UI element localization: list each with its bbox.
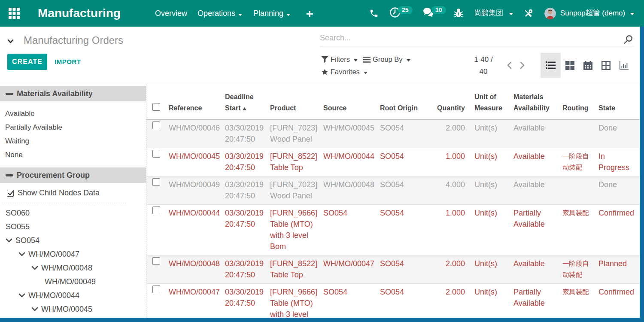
cell-deadline[interactable]: 03/30/2019 20:47:50 bbox=[220, 255, 265, 283]
horizontal-scrollbar[interactable] bbox=[0, 318, 644, 322]
cell-materials[interactable]: Available bbox=[508, 255, 557, 283]
view-graph-button[interactable] bbox=[615, 53, 633, 78]
row-checkbox[interactable] bbox=[146, 119, 164, 148]
cell-materials[interactable]: Available bbox=[508, 148, 557, 176]
column-header-product[interactable]: Product bbox=[265, 84, 318, 119]
select-all-checkbox[interactable] bbox=[146, 84, 164, 119]
cell-uom[interactable]: Unit(s) bbox=[469, 204, 508, 255]
column-header-routing[interactable]: Routing bbox=[557, 84, 593, 119]
cell-root-origin[interactable]: SO054 bbox=[375, 255, 431, 283]
debug-bug-icon[interactable] bbox=[453, 0, 464, 27]
table-row[interactable]: WH/MO/00044 03/30/2019 20:47:50 [FURN_96… bbox=[146, 204, 640, 255]
cell-deadline[interactable]: 03/30/2019 20:47:50 bbox=[220, 204, 265, 255]
tree-item-wh-mo-00045[interactable]: WH/MO/00045 bbox=[0, 302, 146, 316]
cell-quantity[interactable]: 2.000 bbox=[431, 119, 469, 148]
cell-routing[interactable] bbox=[557, 119, 593, 148]
column-header-deadline-start[interactable]: Deadline Start bbox=[220, 84, 265, 119]
cell-quantity[interactable]: 2.000 bbox=[431, 255, 469, 283]
tree-item-wh-mo-00044[interactable]: WH/MO/00044 bbox=[0, 289, 146, 302]
cell-state[interactable]: Confirmed bbox=[593, 283, 640, 322]
cell-product[interactable]: [FURN_7023] Wood Panel bbox=[265, 119, 318, 148]
column-header-source[interactable]: Source bbox=[318, 84, 375, 119]
view-pivot-button[interactable] bbox=[597, 53, 615, 78]
column-header-state[interactable]: State bbox=[593, 84, 640, 119]
cell-product[interactable]: [FURN_8522] Table Top bbox=[265, 148, 318, 176]
menu-operations[interactable]: Operations bbox=[197, 0, 242, 27]
chevron-down-icon[interactable] bbox=[31, 266, 38, 270]
table-row[interactable]: WH/MO/00047 03/30/2019 20:47:50 [FURN_96… bbox=[146, 283, 640, 322]
cell-routing[interactable] bbox=[557, 204, 593, 255]
search-icon[interactable] bbox=[623, 34, 633, 46]
row-checkbox[interactable] bbox=[146, 283, 164, 322]
checkbox-checked-icon[interactable] bbox=[7, 190, 14, 197]
favorites-menu[interactable]: Favorites bbox=[321, 68, 368, 76]
cell-quantity[interactable]: 4.000 bbox=[431, 176, 469, 204]
cell-product[interactable]: [FURN_9666] Table (MTO) with 3 level Bom bbox=[265, 283, 318, 322]
cell-reference[interactable]: WH/MO/00046 bbox=[164, 119, 220, 148]
table-row[interactable]: WH/MO/00045 03/30/2019 20:47:50 [FURN_85… bbox=[146, 148, 640, 176]
vertical-scrollbar[interactable] bbox=[640, 27, 644, 322]
chevron-down-icon[interactable] bbox=[6, 238, 12, 243]
apps-menu-icon[interactable] bbox=[8, 7, 20, 19]
row-checkbox[interactable] bbox=[146, 176, 164, 204]
cell-reference[interactable]: WH/MO/00044 bbox=[164, 204, 220, 255]
cell-quantity[interactable]: 2.000 bbox=[431, 283, 469, 322]
row-checkbox[interactable] bbox=[146, 255, 164, 283]
cell-product[interactable]: [FURN_8522] Table Top bbox=[265, 255, 318, 283]
cell-uom[interactable]: Unit(s) bbox=[469, 283, 508, 322]
tree-item-so060[interactable]: SO060 bbox=[0, 206, 146, 220]
cell-materials[interactable]: Partially Available bbox=[508, 204, 557, 255]
cell-reference[interactable]: WH/MO/00047 bbox=[164, 283, 220, 322]
cell-reference[interactable]: WH/MO/00049 bbox=[164, 176, 220, 204]
cell-uom[interactable]: Unit(s) bbox=[469, 148, 508, 176]
cell-routing[interactable] bbox=[557, 148, 593, 176]
filter-available[interactable]: Available bbox=[0, 107, 146, 121]
cell-source[interactable]: WH/MO/00047 bbox=[318, 255, 375, 283]
cell-source[interactable]: WH/MO/00048 bbox=[318, 176, 375, 204]
column-header-quantity[interactable]: Quantity bbox=[431, 84, 469, 119]
cell-deadline[interactable]: 03/30/2019 20:47:50 bbox=[220, 119, 265, 148]
tools-icon[interactable] bbox=[523, 0, 534, 27]
group-by-menu[interactable]: Group By bbox=[363, 55, 410, 64]
menu-overview[interactable]: Overview bbox=[155, 0, 187, 27]
cell-state[interactable]: In Progress bbox=[593, 148, 640, 176]
cell-deadline[interactable]: 03/30/2019 20:47:50 bbox=[220, 148, 265, 176]
column-header-reference[interactable]: Reference bbox=[164, 84, 220, 119]
cell-root-origin[interactable]: SO054 bbox=[375, 148, 431, 176]
cell-reference[interactable]: WH/MO/00048 bbox=[164, 255, 220, 283]
tree-item-wh-mo-00047[interactable]: WH/MO/00047 bbox=[0, 247, 146, 261]
show-child-nodes-checkbox[interactable]: Show Child Nodes Data bbox=[0, 183, 146, 203]
cell-source[interactable]: WH/MO/00045 bbox=[318, 119, 375, 148]
phone-icon[interactable] bbox=[369, 0, 379, 27]
cell-routing[interactable] bbox=[557, 176, 593, 204]
view-list-button[interactable] bbox=[541, 53, 561, 78]
user-avatar[interactable] bbox=[544, 0, 556, 27]
messages-button[interactable]: 10 bbox=[422, 0, 446, 27]
chevron-down-icon[interactable] bbox=[18, 293, 25, 298]
cell-product[interactable]: [FURN_7023] Wood Panel bbox=[265, 176, 318, 204]
cell-materials[interactable]: Partially Available bbox=[508, 283, 557, 322]
user-menu[interactable]: Sunpop (demo) bbox=[560, 0, 634, 27]
cell-uom[interactable]: Unit(s) bbox=[469, 176, 508, 204]
cell-root-origin[interactable]: SO054 bbox=[375, 283, 431, 322]
filter-none[interactable]: None bbox=[0, 148, 146, 162]
cell-source[interactable]: SO054 bbox=[318, 283, 375, 322]
cell-product[interactable]: [FURN_9666] Table (MTO) with 3 level Bom bbox=[265, 204, 318, 255]
quick-create-plus-icon[interactable] bbox=[306, 0, 314, 27]
column-header-materials-availability[interactable]: Materials Availability bbox=[508, 84, 557, 119]
view-calendar-button[interactable] bbox=[579, 53, 597, 78]
cell-routing[interactable] bbox=[557, 255, 593, 283]
cell-state[interactable]: Confirmed bbox=[593, 204, 640, 255]
column-header-root-origin[interactable]: Root Origin bbox=[375, 84, 431, 119]
cell-root-origin[interactable]: SO054 bbox=[375, 119, 431, 148]
filters-menu[interactable]: Filters bbox=[321, 55, 358, 64]
chevron-down-icon[interactable] bbox=[31, 307, 38, 311]
create-button[interactable]: CREATE bbox=[7, 54, 47, 70]
row-checkbox[interactable] bbox=[146, 148, 164, 176]
cell-source[interactable]: SO054 bbox=[318, 204, 375, 255]
tree-item-so055[interactable]: SO055 bbox=[0, 220, 146, 234]
cell-materials[interactable]: Available bbox=[508, 176, 557, 204]
search-input[interactable] bbox=[320, 31, 616, 45]
tree-item-wh-mo-00048[interactable]: WH/MO/00048 bbox=[0, 261, 146, 275]
cell-deadline[interactable]: 03/30/2019 20:47:50 bbox=[220, 283, 265, 322]
